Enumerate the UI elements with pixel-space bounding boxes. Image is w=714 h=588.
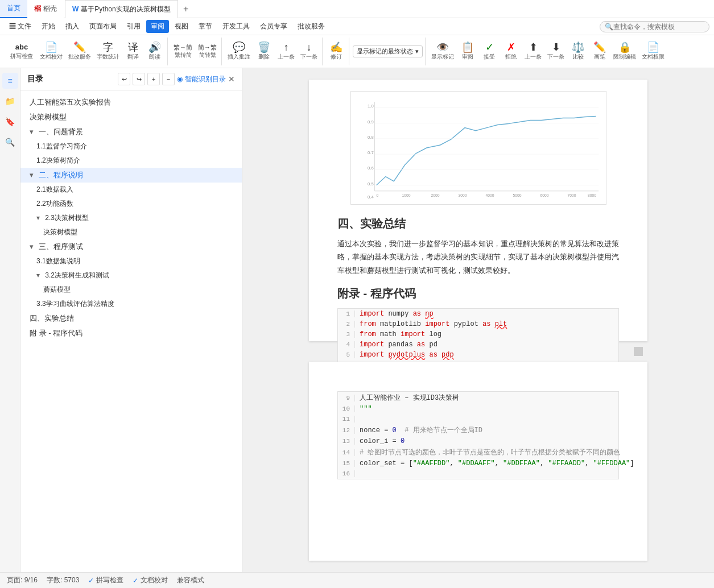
menu-vip[interactable]: 会员专享: [255, 20, 292, 33]
toc-expand-12[interactable]: ▾: [36, 271, 43, 279]
search-icon: 🔍: [605, 23, 613, 31]
doc-check-icon: 📄: [45, 42, 57, 52]
accept-button[interactable]: ✓ 接受: [479, 41, 500, 62]
prev-comment-label: 上一条: [278, 53, 295, 61]
menu-devtools[interactable]: 开发工具: [218, 20, 254, 33]
status-compat: 兼容模式: [177, 575, 204, 585]
toc-tool-2[interactable]: ↪: [133, 73, 145, 85]
review-pane-icon: 📋: [461, 42, 474, 52]
compare-button[interactable]: ⚖️ 比较: [568, 41, 588, 62]
status-bar: 页面: 9/16 字数: 5703 ✓ 拼写检查 ✓ 文档校对 兼容模式: [0, 572, 714, 588]
toc-item-13[interactable]: 蘑菇模型: [20, 283, 242, 297]
status-doccheck[interactable]: ✓ 文档校对: [133, 575, 168, 585]
toc-expand-8[interactable]: ▾: [36, 214, 43, 222]
next-comment-button[interactable]: ↓ 下一条: [298, 41, 320, 62]
menu-review[interactable]: 审阅: [146, 20, 169, 33]
outline-icon-btn[interactable]: ≡: [2, 73, 18, 89]
simp-to-trad-label: 简转繁: [199, 51, 216, 59]
toc-item-11[interactable]: 3.1数据集说明: [20, 254, 242, 268]
dropdown-arrow-icon: ▾: [415, 48, 419, 55]
doc-permission-button[interactable]: 📄 文档权限: [639, 41, 667, 62]
display-state-dropdown[interactable]: 显示标记的最终状态 ▾: [353, 45, 423, 57]
trad-to-simp-label: 繁转简: [175, 51, 192, 59]
toc-item-5[interactable]: ▾ 二、程序说明: [20, 168, 242, 183]
search-input[interactable]: [613, 23, 704, 31]
status-spellcheck[interactable]: ✓ 拼写检查: [88, 575, 123, 585]
menu-insert[interactable]: 插入: [61, 20, 84, 33]
toc-expand-10[interactable]: ▾: [30, 242, 36, 251]
toc-item-7[interactable]: 2.2功能函数: [20, 197, 242, 211]
toolbar-group-convert: 繁→简 繁转简 简→繁 简转繁: [169, 38, 222, 65]
tab-add-button[interactable]: +: [178, 0, 194, 18]
track-changes-button[interactable]: ✍️ 修订: [326, 41, 346, 62]
menu-file[interactable]: ☰ 文件: [5, 20, 36, 33]
tab-wps-label: 稻壳: [43, 4, 57, 14]
review-service-button[interactable]: ✏️ 批改服务: [66, 41, 93, 62]
toc-item-16[interactable]: 附 录 - 程序代码: [20, 326, 242, 341]
search-box[interactable]: 🔍: [600, 21, 709, 32]
toc-item-6[interactable]: 2.1数据载入: [20, 183, 242, 197]
toc-tool-3[interactable]: +: [147, 73, 160, 85]
next-change-button[interactable]: ⬇ 下一条: [545, 41, 567, 62]
restrict-edit-button[interactable]: 🔒 限制编辑: [611, 41, 638, 62]
toc-item-14[interactable]: 3.3学习曲线评估算法精度: [20, 297, 242, 311]
read-icon: 🔊: [148, 42, 161, 52]
bookmark-icon-btn[interactable]: 🔖: [2, 114, 18, 130]
toc-item-2[interactable]: ▾ 一、问题背景: [20, 125, 242, 139]
compat-mode-label: 兼容模式: [177, 575, 204, 585]
find-icon-btn[interactable]: 🔍: [2, 134, 18, 150]
menu-start[interactable]: 开始: [37, 20, 60, 33]
pen-button[interactable]: ✏️ 画笔: [589, 41, 610, 62]
toc-tool-4[interactable]: −: [162, 73, 175, 85]
doc-check-label: 文档校对: [40, 53, 63, 61]
tab-doc[interactable]: W 基于Python实现的决策树模型: [65, 0, 178, 18]
prev-comment-icon: ↑: [284, 42, 289, 52]
simp-to-trad-button[interactable]: 简→繁 简转繁: [196, 43, 219, 60]
prev-comment-button[interactable]: ↑ 上一条: [275, 41, 297, 62]
trad-to-simp-button[interactable]: 繁→简 繁转简: [171, 43, 195, 60]
menu-chapter[interactable]: 章节: [194, 20, 217, 33]
toolbar-group-comment: 💬 插入批注 🗑️ 删除 ↑ 上一条 ↓ 下一条: [223, 38, 323, 65]
toc-item-8[interactable]: ▾ 2.3决策树模型: [20, 211, 242, 225]
insert-comment-button[interactable]: 💬 插入批注: [225, 41, 253, 62]
reject-button[interactable]: ✗ 拒绝: [501, 41, 521, 62]
files-icon-btn[interactable]: 📁: [2, 93, 18, 109]
tab-home[interactable]: 首页: [0, 0, 27, 18]
svg-text:0.8: 0.8: [368, 135, 374, 140]
menu-review-service[interactable]: 批改服务: [293, 20, 329, 33]
toc-expand-2[interactable]: ▾: [30, 127, 36, 136]
review-pane-button[interactable]: 📋 审阅: [457, 41, 478, 62]
prev-change-button[interactable]: ⬆ 上一条: [522, 41, 544, 62]
toc-item-12[interactable]: ▾ 3.2决策树生成和测试: [20, 268, 242, 283]
toc-expand-5[interactable]: ▾: [30, 171, 36, 179]
spellcheck-status-label: 拼写检查: [96, 575, 123, 585]
code-line-14: 14 # 给图时节点可选的颜色，非叶子节点是蓝色的，叶子节点根据分类被赋予不同的…: [338, 446, 618, 458]
translate-button[interactable]: 译 翻译: [123, 41, 143, 62]
toc-tool-1[interactable]: ↩: [118, 73, 130, 85]
sidebar-close-button[interactable]: ✕: [228, 74, 235, 84]
read-button[interactable]: 🔊 朗读: [145, 41, 165, 62]
menu-reference[interactable]: 引用: [122, 20, 145, 33]
toc-item-1[interactable]: 决策树模型: [20, 110, 242, 125]
toc-item-3[interactable]: 1.1监督学习简介: [20, 139, 242, 154]
toc-item-0[interactable]: 人工智能第五次实验报告: [20, 95, 242, 110]
spellcheck-button[interactable]: abc 拼写检查: [7, 42, 36, 61]
code-line-10: 10 """: [338, 404, 618, 414]
toc-item-9[interactable]: 决策树模型: [20, 225, 242, 239]
svg-text:7000: 7000: [567, 193, 576, 197]
tab-doc-label: 基于Python实现的决策树模型: [81, 5, 170, 14]
tab-wps[interactable]: 稻 稻壳: [27, 0, 64, 18]
doc-check-button[interactable]: 📄 文档校对: [38, 41, 65, 62]
code-line-11: 11: [338, 414, 618, 424]
toc-item-10[interactable]: ▾ 三、程序测试: [20, 239, 242, 254]
menu-view[interactable]: 视图: [170, 20, 193, 33]
show-markup-button[interactable]: 👁️ 显示标记: [429, 41, 456, 62]
word-count-button[interactable]: 字 字数统计: [94, 41, 122, 62]
smart-toc-button[interactable]: ◉ 智能识别目录: [177, 74, 226, 84]
menu-layout[interactable]: 页面布局: [85, 20, 121, 33]
delete-button[interactable]: 🗑️ 删除: [254, 41, 274, 62]
toc-item-4[interactable]: 1.2决策树简介: [20, 154, 242, 168]
prev-change-icon: ⬆: [529, 42, 538, 52]
doccheck-status-icon: ✓: [133, 577, 138, 585]
toc-item-15[interactable]: 四、实验总结: [20, 311, 242, 326]
